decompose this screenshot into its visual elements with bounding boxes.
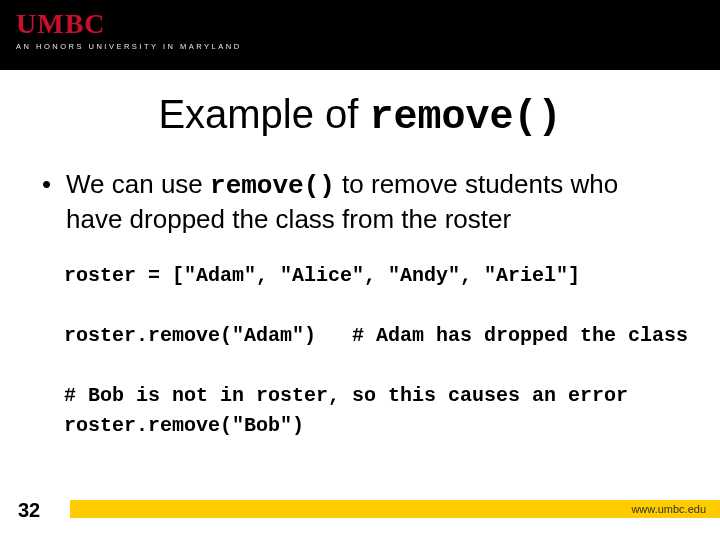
slide: UMBC AN HONORS UNIVERSITY IN MARYLAND Ex… [0,0,720,540]
slide-number: 32 [18,499,40,522]
logo: UMBC AN HONORS UNIVERSITY IN MARYLAND [16,8,242,51]
slide-body: • We can use remove() to remove students… [0,140,720,441]
bullet-item: • We can use remove() to remove students… [42,168,678,235]
code-line-3: # Bob is not in roster, so this causes a… [64,384,628,407]
logo-tagline: AN HONORS UNIVERSITY IN MARYLAND [16,42,242,51]
code-line-4: roster.remove("Bob") [64,414,304,437]
bullet-text: We can use remove() to remove students w… [66,168,678,235]
code-line-1: roster = ["Adam", "Alice", "Andy", "Arie… [64,264,580,287]
title-prefix: Example of [158,92,369,136]
title-code: remove() [370,95,562,140]
slide-title: Example of remove() [0,92,720,140]
code-block: roster = ["Adam", "Alice", "Andy", "Arie… [64,261,678,441]
bullet-part1: We can use [66,169,210,199]
footer-url: www.umbc.edu [631,503,706,515]
header-bar: UMBC AN HONORS UNIVERSITY IN MARYLAND [0,0,720,70]
footer-bar: www.umbc.edu [70,500,720,518]
bullet-dot: • [42,168,66,235]
code-line-2: roster.remove("Adam") # Adam has dropped… [64,324,688,347]
bullet-code: remove() [210,171,335,201]
logo-text: UMBC [16,8,242,40]
